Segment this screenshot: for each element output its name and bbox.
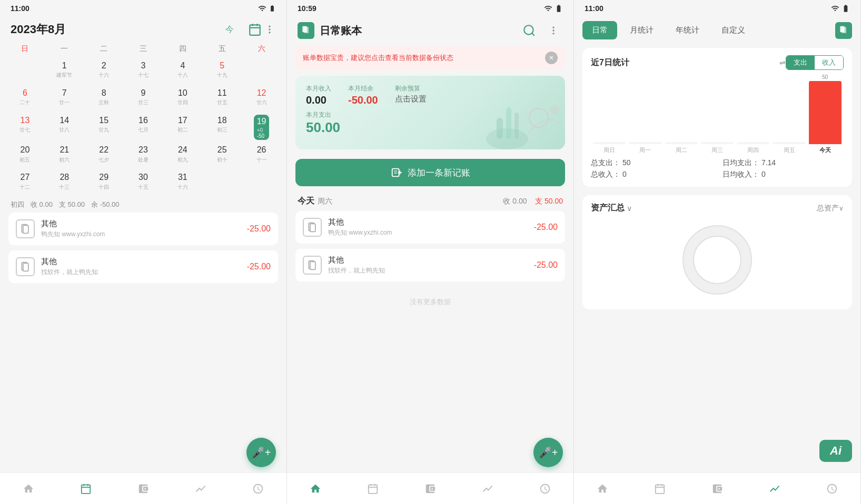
- daily-income-row: 日均收入： 0: [723, 170, 844, 179]
- clock-icon-2: [539, 482, 551, 495]
- toggle-expense-btn[interactable]: 支出: [786, 56, 815, 69]
- record-item[interactable]: 其他 鸭先知 www.yxzhi.com -25.00: [8, 213, 278, 245]
- calendar-day[interactable]: 12廿六: [242, 85, 281, 113]
- nav-wallet-3[interactable]: [709, 480, 726, 497]
- svg-point-19: [552, 27, 554, 28]
- nav-calendar-3[interactable]: [651, 480, 668, 497]
- record-info: 其他 鸭先知 www.yxzhi.com: [41, 219, 241, 239]
- asset-total-chevron-icon[interactable]: ∨: [839, 205, 844, 212]
- panel3-logo: [835, 22, 852, 39]
- calendar-day[interactable]: 5十九: [202, 58, 242, 85]
- record-item[interactable]: 其他 找软件，就上鸭先知 -25.00: [8, 250, 278, 283]
- nav-chart-1[interactable]: [192, 480, 209, 497]
- status-icons-2: [544, 4, 563, 13]
- calendar-day[interactable]: 21初六: [45, 142, 84, 169]
- record-sub: 鸭先知 www.yxzhi.com: [41, 230, 241, 239]
- calendar-day[interactable]: 15廿九: [84, 113, 124, 142]
- bar-column-3: 周三: [701, 141, 734, 154]
- calendar-day[interactable]: 13廿七: [5, 113, 45, 142]
- svg-point-44: [688, 231, 746, 289]
- nav-calendar-1[interactable]: [77, 480, 94, 497]
- bottom-nav-3: [574, 472, 860, 504]
- calendar-day[interactable]: 27十二: [5, 169, 45, 197]
- nav-clock-3[interactable]: [824, 480, 840, 497]
- tab-自定义[interactable]: 自定义: [712, 21, 755, 39]
- calendar-day[interactable]: 19+0-50: [242, 113, 281, 142]
- summary-budget-item: 剩余预算 点击设置: [395, 84, 427, 106]
- toggle-income-btn[interactable]: 收入: [815, 56, 843, 69]
- tab-月统计[interactable]: 月统计: [620, 21, 663, 39]
- calendar-day[interactable]: 24初九: [163, 142, 202, 169]
- chart-icon-1: [194, 482, 207, 495]
- refresh-icon[interactable]: ⇌: [779, 58, 786, 67]
- nav-clock-2[interactable]: [537, 480, 553, 497]
- calendar-day[interactable]: 30十五: [124, 169, 163, 197]
- bar-day-4: 周四: [747, 146, 759, 154]
- nav-home-1[interactable]: [20, 480, 37, 497]
- asset-section: 资产汇总 ∨ 总资产 ∨: [582, 195, 852, 309]
- daily-expense-row: 日均支出： 7.14: [723, 158, 844, 168]
- bar-value-6: 50: [822, 74, 828, 80]
- record-icon: [303, 256, 322, 275]
- nav-chart-2[interactable]: [479, 480, 496, 497]
- fab-button-1[interactable]: 🎤+: [246, 438, 276, 467]
- summary-lunar: 初四: [11, 200, 24, 209]
- asset-chevron-icon[interactable]: ∨: [627, 204, 632, 213]
- calendar-day[interactable]: 7廿一: [45, 85, 84, 113]
- calendar-settings-icon[interactable]: [246, 21, 263, 38]
- calendar-day[interactable]: 14廿八: [45, 113, 84, 142]
- nav-home-2[interactable]: [307, 480, 324, 497]
- calendar-day[interactable]: 29十四: [84, 169, 124, 197]
- calendar-day[interactable]: 3十七: [124, 58, 163, 85]
- today-button[interactable]: 今: [225, 24, 234, 35]
- calendar-day[interactable]: 11廿五: [202, 85, 242, 113]
- calendar-title: 2023年8月: [11, 22, 225, 37]
- ai-badge[interactable]: Ai: [819, 440, 852, 462]
- calendar-day[interactable]: 18初三: [202, 113, 242, 142]
- calendar-day[interactable]: 28十三: [45, 169, 84, 197]
- record-icon: [16, 219, 35, 238]
- record-name: 其他: [41, 257, 241, 267]
- calendar-day[interactable]: 25初十: [202, 142, 242, 169]
- record-item[interactable]: 其他 鸭先知 www.yxzhi.com -25.00: [295, 211, 565, 244]
- more-icon-btn-2[interactable]: [544, 21, 563, 40]
- nav-home-3[interactable]: [594, 480, 611, 497]
- tab-日常[interactable]: 日常: [582, 21, 617, 39]
- budget-value[interactable]: 点击设置: [395, 94, 427, 104]
- panel-stats: 11:00 日常月统计年统计自定义 近7日统计 ⇌ 支出 收入 周日 周一: [574, 0, 861, 504]
- tab-年统计[interactable]: 年统计: [666, 21, 709, 39]
- calendar-day[interactable]: 16七月: [124, 113, 163, 142]
- summary-income: 收 0.00: [31, 200, 53, 209]
- calendar-day[interactable]: 4十八: [163, 58, 202, 85]
- calendar-day[interactable]: 9廿三: [124, 85, 163, 113]
- calendar-more-icon[interactable]: [263, 21, 276, 38]
- record-info: 其他 找软件，就上鸭先知: [41, 257, 241, 277]
- calendar-day[interactable]: 20初五: [5, 142, 45, 169]
- ledger-header: 日常账本: [287, 17, 573, 44]
- nav-clock-1[interactable]: [250, 480, 266, 497]
- calendar-day[interactable]: 23处暑: [124, 142, 163, 169]
- nav-calendar-2[interactable]: [364, 480, 381, 497]
- record-item[interactable]: 其他 找软件，就上鸭先知 -25.00: [295, 249, 565, 281]
- calendar-day[interactable]: 10廿四: [163, 85, 202, 113]
- calendar-day: [242, 58, 281, 85]
- panel-calendar: 11:00 2023年8月 今 日 一 二 三 四 五 六 1建军节2十六3十七…: [0, 0, 287, 504]
- fab-button-2[interactable]: 🎤+: [533, 438, 563, 467]
- search-icon-btn[interactable]: [520, 21, 539, 40]
- weekday-6: 六: [242, 42, 281, 56]
- add-record-btn[interactable]: 添加一条新记账: [295, 159, 565, 186]
- calendar-day: [5, 58, 45, 85]
- svg-line-18: [532, 33, 535, 36]
- calendar-day[interactable]: 22七夕: [84, 142, 124, 169]
- nav-wallet-1[interactable]: [135, 480, 152, 497]
- nav-chart-3[interactable]: [766, 480, 783, 497]
- alert-close-btn[interactable]: ✕: [545, 52, 558, 64]
- calendar-day[interactable]: 26十一: [242, 142, 281, 169]
- calendar-day[interactable]: 1建军节: [45, 58, 84, 85]
- calendar-day[interactable]: 2十六: [84, 58, 124, 85]
- calendar-day[interactable]: 6二十: [5, 85, 45, 113]
- calendar-day[interactable]: 8立秋: [84, 85, 124, 113]
- calendar-day[interactable]: 31十六: [163, 169, 202, 197]
- nav-wallet-2[interactable]: [422, 480, 439, 497]
- calendar-day[interactable]: 17初二: [163, 113, 202, 142]
